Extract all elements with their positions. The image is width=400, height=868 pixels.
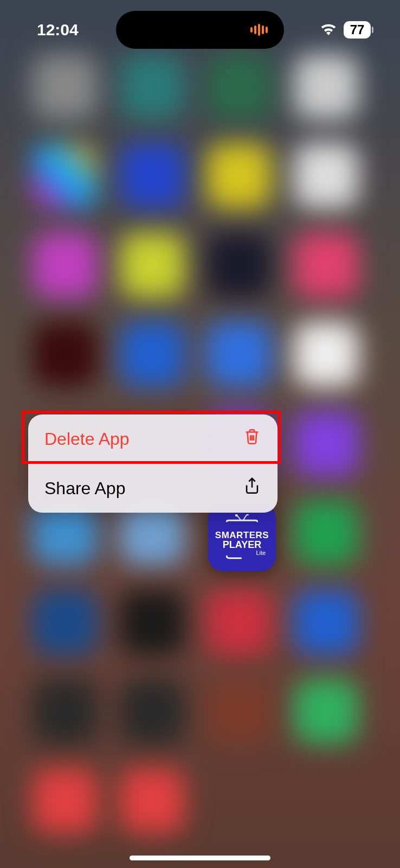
- trash-icon: [243, 427, 261, 450]
- delete-app-label: Delete App: [44, 429, 130, 449]
- app-name-line1: SMARTERS: [215, 531, 269, 540]
- battery-indicator: 77: [344, 21, 371, 39]
- share-app-menu-item[interactable]: Share App: [28, 463, 278, 513]
- dynamic-island[interactable]: [116, 11, 284, 49]
- wifi-icon: [320, 22, 337, 37]
- focused-app-icon[interactable]: SMARTERS PLAYER Lite: [208, 503, 276, 571]
- share-app-label: Share App: [44, 478, 125, 499]
- tv-bottom-icon: [222, 555, 262, 560]
- svg-line-4: [243, 514, 247, 520]
- app-context-menu: Delete App Share App: [28, 414, 278, 513]
- tv-icon: [222, 514, 262, 531]
- delete-app-menu-item[interactable]: Delete App: [28, 414, 278, 463]
- status-time: 12:04: [37, 21, 79, 39]
- audio-activity-icon: [250, 24, 268, 36]
- status-bar: 12:04 77: [0, 16, 400, 43]
- home-indicator[interactable]: [130, 856, 270, 860]
- share-icon: [243, 477, 261, 500]
- app-name-line2: PLAYER: [223, 540, 261, 550]
